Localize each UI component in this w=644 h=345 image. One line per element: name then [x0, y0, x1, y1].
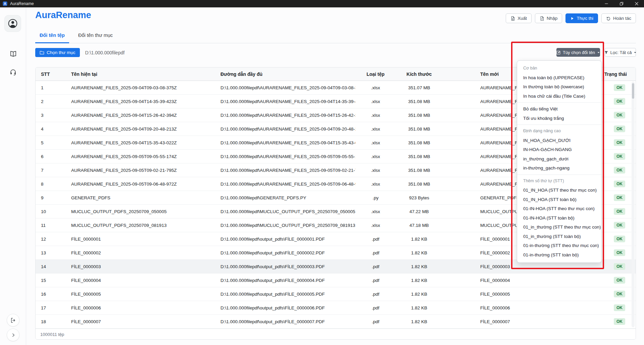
cell-new_name: FİLE_0000007	[443, 319, 600, 324]
menu-item[interactable]: 01-in-thường (STT toàn bộ)	[517, 250, 601, 260]
tab-rename-folders[interactable]: Đổi tên thư mục	[74, 30, 117, 43]
rename-options-button[interactable]: Tùy chọn đổi tên	[556, 48, 600, 57]
export-button[interactable]: Xuất	[506, 13, 532, 23]
caret-down-icon	[597, 51, 600, 54]
cell-stt: 3	[36, 113, 66, 118]
cell-name: MUCLUC_OUTPUT_PDFS_20250709_050005	[66, 209, 215, 214]
maximize-restore-button[interactable]	[614, 0, 629, 7]
cell-status: OK	[600, 222, 636, 229]
filter-button[interactable]: Lọc: Tất cả	[605, 48, 636, 57]
tab-rename-files[interactable]: Đổi tên tệp	[35, 30, 69, 43]
cell-status: OK	[600, 153, 636, 160]
cell-name: MUCLUC_OUTPUT_PDFS_20250709_081913	[66, 223, 215, 228]
menu-item[interactable]: Bỏ dấu tiếng Việt	[517, 104, 601, 114]
menu-item[interactable]: 01_in_thường (STT theo thư mục con)	[517, 223, 601, 232]
table-row[interactable]: 16FİLE_0000005D:\1.000.000filepdf\output…	[36, 287, 636, 301]
cell-path: D:\1.000.000filepdf\AURARENAME_FILES_202…	[215, 113, 355, 118]
menu-item[interactable]: 01_IN_HOA (STT toàn bộ)	[517, 195, 601, 204]
cell-type: .pdf	[355, 305, 396, 310]
cell-type: .pdf	[355, 292, 396, 297]
cell-status: OK	[600, 236, 636, 242]
cell-name: AURARENAME_FILES_2025-09-04T15-35-43-022…	[66, 140, 215, 145]
cell-name: FİLE_0000005	[66, 292, 215, 297]
table-row[interactable]: 15FİLE_0000004D:\1.000.000filepdf\output…	[36, 274, 636, 287]
cell-status: OK	[600, 304, 636, 311]
caret-down-icon	[634, 51, 637, 54]
page-title: AuraRename	[35, 10, 91, 20]
export-file-icon	[510, 16, 515, 21]
menu-item[interactable]: Tối ưu khoảng trắng	[517, 114, 601, 123]
chevron-right-icon	[10, 332, 16, 338]
expand-sidebar-button[interactable]	[7, 329, 19, 341]
close-button[interactable]	[629, 0, 644, 7]
cell-size: 1.82 KB	[396, 264, 443, 269]
folder-row: Chọn thư mục D:\1.000.000filepdf	[35, 48, 125, 57]
main-content: AuraRename XuấtNhậpThực thiHoàn tác Đổi …	[26, 7, 644, 345]
guide-button[interactable]	[0, 50, 26, 58]
export-label: Xuất	[517, 16, 527, 21]
menu-section-title: Định dạng nâng cao	[517, 127, 601, 136]
play-icon	[570, 16, 574, 20]
menu-item[interactable]: In hoa chữ cái đầu (Title Case)	[517, 92, 601, 101]
cell-path: D:\1.000.000filepdf\output_pdfs\FİLE_000…	[215, 250, 355, 255]
menu-divider	[517, 175, 601, 175]
undo-button[interactable]: Hoàn tác	[601, 13, 636, 23]
profile-button[interactable]	[4, 15, 21, 32]
cell-name: FİLE_0000007	[66, 319, 215, 324]
rename-options-label: Tùy chọn đổi tên	[563, 50, 595, 55]
cell-type: .pdf	[355, 278, 396, 283]
menu-item[interactable]: In thường toàn bộ (lowercase)	[517, 82, 601, 92]
scrollbar-thumb[interactable]	[632, 83, 634, 99]
filter-label: Lọc: Tất cả	[610, 50, 632, 55]
cell-path: D:\1.000.000filepdf\output_pdfs\FİLE_000…	[215, 319, 355, 324]
cell-type: .pdf	[355, 319, 396, 324]
status-badge: OK	[614, 236, 625, 242]
cell-status: OK	[600, 167, 636, 174]
cell-stt: 12	[36, 237, 66, 242]
cell-stt: 9	[36, 195, 66, 200]
cell-size: 351.07 MB	[396, 85, 443, 90]
logout-icon	[10, 317, 16, 324]
column-header-type: Loại tệp	[355, 71, 396, 77]
status-badge: OK	[614, 84, 625, 91]
menu-item[interactable]: 01_IN_HOA (STT theo thư mục con)	[517, 186, 601, 195]
menu-item[interactable]: in_thường_gạch_dưới	[517, 154, 601, 164]
execute-button[interactable]: Thực thi	[565, 13, 598, 23]
status-badge: OK	[614, 249, 625, 256]
menu-item[interactable]: IN_HOA_GẠCH_DƯỚI	[517, 136, 601, 145]
choose-folder-button[interactable]: Chọn thư mục	[35, 48, 80, 57]
menu-item[interactable]: 01-IN-HOA (STT toàn bộ)	[517, 213, 601, 223]
vertical-scrollbar[interactable]	[632, 82, 635, 327]
cell-type: .xlsx	[355, 154, 396, 159]
undo-icon	[606, 16, 611, 21]
filter-icon	[604, 50, 608, 55]
menu-item[interactable]: In hoa toàn bộ (UPPERCASE)	[517, 73, 601, 83]
cell-size: 1.82 KB	[396, 237, 443, 242]
status-badge: OK	[614, 112, 625, 118]
rename-options-dropdown: Cơ bảnIn hoa toàn bộ (UPPERCASE)In thườn…	[517, 60, 602, 263]
cell-path: D:\1.000.000filepdf\AURARENAME_FILES_202…	[215, 140, 355, 145]
cell-name: AURARENAME_FILES_2025-09-05T09-02-21-795…	[66, 168, 215, 173]
menu-item[interactable]: in-thường_gạch-ngang	[517, 163, 601, 173]
table-row[interactable]: 18FİLE_0000007D:\1.000.000filepdf\output…	[36, 315, 636, 329]
table-row[interactable]: 17FİLE_0000006D:\1.000.000filepdf\output…	[36, 301, 636, 315]
menu-item[interactable]: 01-IN-HOA (STT theo thư mục con)	[517, 204, 601, 213]
cell-stt: 16	[36, 292, 66, 297]
support-button[interactable]	[0, 69, 26, 76]
cell-status: OK	[600, 84, 636, 91]
cell-status: OK	[600, 98, 636, 105]
menu-section-title: Thêm số thứ tự (STT)	[517, 177, 601, 186]
status-badge: OK	[614, 277, 625, 284]
minimize-button[interactable]	[599, 0, 614, 7]
logout-button[interactable]	[7, 314, 19, 327]
cell-stt: 5	[36, 140, 66, 145]
file-count: 1000011 tệp	[40, 332, 64, 337]
cell-name: FİLE_0000003	[66, 264, 215, 269]
cell-type: .xlsx	[355, 168, 396, 173]
menu-item[interactable]: 01_in_thường (STT toàn bộ)	[517, 232, 601, 241]
cell-size: 351.08 MB	[396, 99, 443, 104]
menu-item[interactable]: 01-in-thường (STT theo thư mục con)	[517, 241, 601, 250]
import-button[interactable]: Nhập	[535, 13, 562, 23]
menu-item[interactable]: IN-HOA-GẠCH-NGANG	[517, 145, 601, 154]
cell-name: AURARENAME_FILES_2025-09-05T09-05-55-174…	[66, 154, 215, 159]
